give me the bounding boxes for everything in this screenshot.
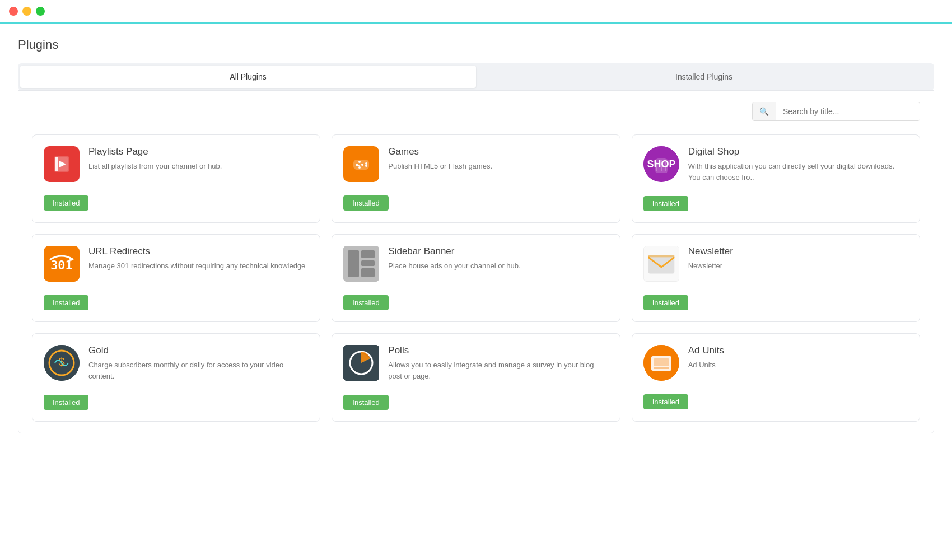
tab-all-plugins[interactable]: All Plugins — [20, 66, 476, 88]
plugin-info-gold: Gold Charge subscribers monthly or daily… — [88, 345, 309, 381]
plugin-icon-digital-shop: SHOP — [643, 146, 679, 182]
installed-button-polls[interactable]: Installed — [343, 395, 388, 410]
traffic-lights — [9, 7, 45, 16]
plugin-icon-playlists — [44, 146, 80, 182]
plugin-name: Newsletter — [688, 246, 908, 257]
plugin-card-digital-shop: SHOP Digital Shop With this application … — [632, 134, 920, 223]
plugin-name: Playlists Page — [88, 146, 309, 157]
plugin-name: Games — [388, 146, 608, 157]
svg-text:$: $ — [58, 356, 64, 368]
plugin-desc: Newsletter — [688, 260, 908, 272]
plugin-card-polls: Polls Allows you to easily integrate and… — [332, 333, 620, 422]
plugin-card-header: Ad Units Ad Units — [643, 345, 908, 381]
plugin-desc: Charge subscribers monthly or daily for … — [88, 360, 309, 381]
svg-point-6 — [358, 161, 361, 163]
plugin-card-header: Games Publish HTML5 or Flash games. — [343, 146, 608, 182]
svg-rect-22 — [361, 268, 375, 277]
plugin-card-header: Polls Allows you to easily integrate and… — [343, 345, 608, 381]
plugin-desc: Place house ads on your channel or hub. — [388, 260, 608, 272]
svg-point-8 — [361, 164, 363, 166]
plugin-card-header: Playlists Page List all playlists from y… — [44, 146, 309, 182]
svg-text:301: 301 — [50, 258, 73, 272]
plugin-icon-gold: $ — [44, 345, 80, 381]
plugin-card-url-redirects: 301 URL Redirects Manage 301 redirection… — [32, 234, 320, 322]
title-bar — [0, 0, 952, 24]
plugin-desc: Manage 301 redirections without requirin… — [88, 260, 309, 272]
plugin-info-games: Games Publish HTML5 or Flash games. — [388, 146, 608, 172]
svg-point-9 — [365, 162, 367, 165]
page-wrapper: Plugins All Plugins Installed Plugins 🔍 — [0, 24, 952, 447]
plugin-name: Polls — [388, 345, 608, 356]
minimize-button[interactable] — [22, 7, 31, 16]
search-container: 🔍 — [752, 102, 920, 121]
plugin-card-header: Sidebar Banner Place house ads on your c… — [343, 246, 608, 282]
installed-button-games[interactable]: Installed — [343, 195, 388, 211]
plugin-icon-games — [343, 146, 379, 182]
plugin-card-header: Newsletter Newsletter — [643, 246, 908, 282]
plugin-card-header: 301 URL Redirects Manage 301 redirection… — [44, 246, 309, 282]
search-button[interactable]: 🔍 — [753, 102, 776, 120]
plugin-card-playlists-page: Playlists Page List all playlists from y… — [32, 134, 320, 223]
tab-installed-plugins[interactable]: Installed Plugins — [476, 66, 932, 88]
plugin-card-newsletter: Newsletter Newsletter Installed — [632, 234, 920, 322]
plugin-desc: List all playlists from your channel or … — [88, 161, 309, 172]
svg-rect-19 — [348, 250, 359, 277]
plugin-info-sidebar-banner: Sidebar Banner Place house ads on your c… — [388, 246, 608, 272]
plugin-name: URL Redirects — [88, 246, 309, 257]
plugin-icon-url-redirects: 301 — [44, 246, 80, 282]
plugin-icon-ad-units — [643, 345, 679, 381]
maximize-button[interactable] — [36, 7, 45, 16]
plugin-name: Sidebar Banner — [388, 246, 608, 257]
plugin-card-ad-units: Ad Units Ad Units Installed — [632, 333, 920, 422]
installed-button-gold[interactable]: Installed — [44, 395, 88, 410]
svg-rect-33 — [654, 358, 669, 366]
plugin-desc: Ad Units — [688, 360, 908, 371]
plugin-icon-sidebar-banner — [343, 246, 379, 282]
plugin-info-ad-units: Ad Units Ad Units — [688, 345, 908, 371]
search-input[interactable] — [776, 102, 920, 120]
plugin-info-url-redirects: URL Redirects Manage 301 redirections wi… — [88, 246, 309, 272]
svg-rect-34 — [654, 367, 669, 369]
plugin-info-newsletter: Newsletter Newsletter — [688, 246, 908, 272]
svg-rect-12 — [357, 164, 358, 166]
installed-button-playlists[interactable]: Installed — [44, 195, 88, 211]
plugin-name: Gold — [88, 345, 309, 356]
plugin-card-gold: $ Gold Charge subscribers monthly or dai… — [32, 333, 320, 422]
svg-rect-25 — [648, 255, 674, 258]
plugin-card-header: SHOP Digital Shop With this application … — [643, 146, 908, 183]
plugin-info-digital-shop: Digital Shop With this application you c… — [688, 146, 908, 183]
tabs-bar: All Plugins Installed Plugins — [18, 63, 934, 90]
plugin-desc: Publish HTML5 or Flash games. — [388, 161, 608, 172]
svg-rect-21 — [361, 260, 375, 266]
installed-button-digital-shop[interactable]: Installed — [643, 196, 688, 211]
plugin-card-games: Games Publish HTML5 or Flash games. Inst… — [332, 134, 620, 223]
page-title: Plugins — [18, 38, 934, 52]
plugins-content-area: 🔍 P — [18, 90, 934, 433]
plugin-icon-newsletter — [643, 246, 679, 282]
plugin-name: Ad Units — [688, 345, 908, 356]
svg-rect-20 — [361, 250, 375, 258]
plugin-card-header: $ Gold Charge subscribers monthly or dai… — [44, 345, 309, 381]
installed-button-ad-units[interactable]: Installed — [643, 394, 688, 409]
search-icon: 🔍 — [759, 107, 769, 116]
search-bar: 🔍 — [32, 102, 920, 121]
plugin-name: Digital Shop — [688, 146, 908, 157]
installed-button-url-redirects[interactable]: Installed — [44, 295, 88, 310]
plugin-card-sidebar-banner: Sidebar Banner Place house ads on your c… — [332, 234, 620, 322]
plugin-info-playlists: Playlists Page List all playlists from y… — [88, 146, 309, 172]
plugin-icon-polls — [343, 345, 379, 381]
svg-rect-24 — [648, 255, 674, 274]
close-button[interactable] — [9, 7, 18, 16]
installed-button-sidebar-banner[interactable]: Installed — [343, 295, 388, 310]
svg-point-10 — [365, 165, 367, 167]
svg-point-7 — [358, 166, 361, 169]
svg-rect-3 — [55, 157, 58, 171]
plugin-info-polls: Polls Allows you to easily integrate and… — [388, 345, 608, 381]
plugins-grid: Playlists Page List all playlists from y… — [32, 134, 920, 422]
plugin-desc: Allows you to easily integrate and manag… — [388, 360, 608, 381]
plugin-desc: With this application you can directly s… — [688, 161, 908, 183]
installed-button-newsletter[interactable]: Installed — [643, 295, 688, 310]
